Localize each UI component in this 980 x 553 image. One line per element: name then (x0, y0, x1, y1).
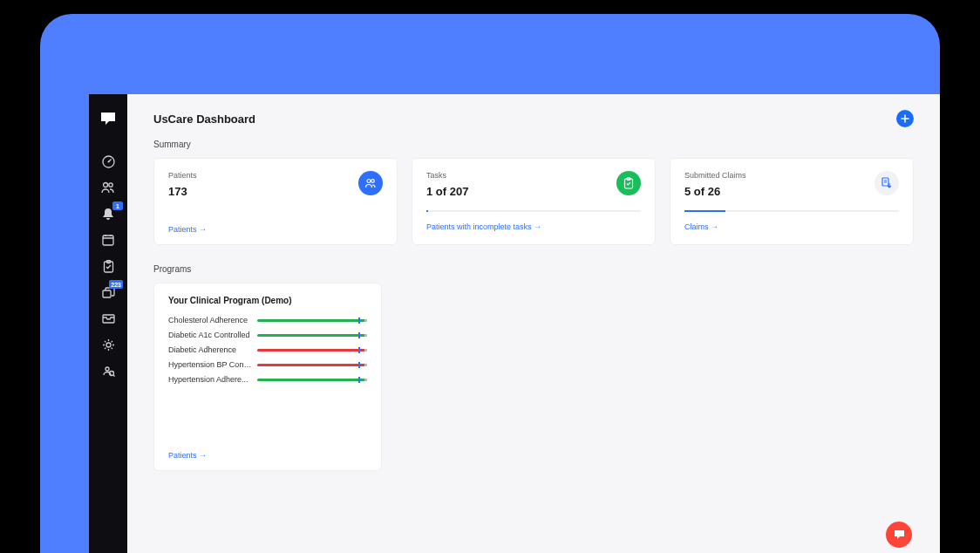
sidebar-search-user[interactable] (89, 358, 127, 384)
svg-point-3 (109, 183, 112, 187)
outer-frame: 1 223 UsCare Dashboar (40, 14, 940, 553)
svg-rect-7 (103, 290, 111, 297)
metric-label: Hypertension Adhere... (168, 375, 252, 384)
metric-label: Diabetic Adherence (168, 345, 252, 354)
svg-point-13 (371, 180, 375, 183)
screens-badge: 223 (109, 280, 123, 289)
metric-label: Hypertension BP Cont... (168, 360, 252, 369)
claims-progress (684, 210, 899, 212)
claims-card-label: Submitted Claims (684, 171, 875, 180)
summary-section-label: Summary (153, 140, 914, 149)
metric-row: Cholesterol Adherence (168, 316, 367, 324)
patients-card-value: 173 (168, 185, 358, 198)
metrics-list: Cholesterol AdherenceDiabetic A1c Contro… (168, 316, 367, 390)
page-header: UsCare Dashboard (153, 110, 914, 127)
metric-label: Diabetic A1c Controlled (168, 331, 252, 339)
metric-row: Hypertension BP Cont... (168, 360, 367, 369)
main-content: UsCare Dashboard Summary Patients 173 (127, 94, 940, 553)
summary-row: Patients 173 Patients → Tasks 1 of 207 (153, 158, 914, 245)
svg-point-9 (106, 343, 111, 347)
program-title: Your Clinical Program (Demo) (168, 296, 367, 305)
page-title: UsCare Dashboard (153, 113, 255, 126)
metric-label: Cholesterol Adherence (168, 316, 252, 324)
metric-bar (257, 364, 367, 366)
svg-point-12 (367, 180, 371, 183)
sidebar-notifications[interactable]: 1 (89, 201, 127, 227)
metric-row: Diabetic A1c Controlled (168, 331, 367, 339)
notification-badge: 1 (112, 201, 123, 210)
chat-icon (893, 529, 906, 541)
svg-point-2 (104, 183, 108, 188)
tasks-card-value: 1 of 207 (426, 185, 616, 198)
programs-section-label: Programs (153, 264, 914, 274)
metric-bar (257, 319, 367, 322)
sidebar-patients[interactable] (89, 174, 127, 201)
claims-card: Submitted Claims 5 of 26 Claims → (670, 158, 914, 245)
app-window: 1 223 UsCare Dashboar (89, 94, 940, 553)
tasks-link[interactable]: Patients with incomplete tasks → (426, 222, 641, 231)
tasks-progress (426, 210, 641, 212)
sidebar-calendar[interactable] (89, 227, 127, 253)
sidebar-settings[interactable] (89, 331, 127, 358)
tasks-card: Tasks 1 of 207 Patients with incomplete … (412, 158, 656, 245)
patients-icon (358, 171, 383, 195)
sidebar-screens[interactable]: 223 (89, 279, 127, 305)
svg-rect-4 (103, 236, 113, 245)
metric-row: Hypertension Adhere... (168, 375, 367, 384)
sidebar-inbox[interactable] (89, 305, 127, 331)
logo-icon[interactable] (89, 101, 127, 136)
add-button[interactable] (896, 110, 914, 127)
metric-bar (257, 334, 367, 337)
sidebar: 1 223 (89, 94, 127, 553)
patients-link[interactable]: Patients → (168, 225, 383, 234)
metric-bar (257, 379, 367, 381)
program-patients-link[interactable]: Patients → (168, 451, 367, 460)
metric-bar (257, 349, 367, 352)
claims-icon (875, 171, 899, 195)
metric-row: Diabetic Adherence (168, 345, 367, 354)
program-card: Your Clinical Program (Demo) Cholesterol… (153, 283, 382, 471)
programs-row: Your Clinical Program (Demo) Cholesterol… (153, 283, 914, 471)
sidebar-dashboard[interactable] (89, 148, 127, 174)
chat-fab[interactable] (886, 522, 912, 548)
tasks-icon (616, 171, 641, 195)
sidebar-tasks[interactable] (89, 253, 127, 279)
svg-point-10 (105, 367, 109, 371)
claims-card-value: 5 of 26 (684, 185, 875, 198)
patients-card: Patients 173 Patients → (153, 158, 398, 245)
claims-link[interactable]: Claims → (684, 222, 899, 231)
plus-icon (901, 114, 909, 123)
tasks-card-label: Tasks (426, 171, 616, 180)
patients-card-label: Patients (168, 171, 358, 180)
svg-point-1 (107, 160, 109, 162)
